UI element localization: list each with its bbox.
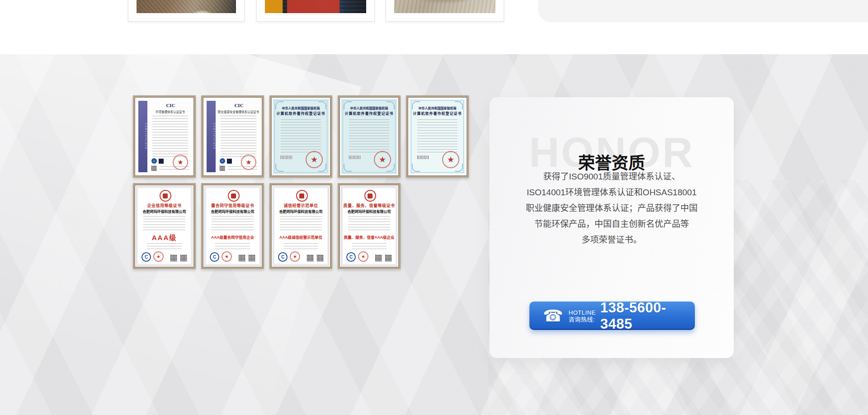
- certificate-face: 企业信用等级证书合肥珂玛环保科技有限公司AAA级C★: [136, 186, 193, 266]
- accreditation-mark-icon: [227, 159, 232, 164]
- red-star-seal-icon: ★: [153, 251, 164, 262]
- honor-description: 获得了ISO9001质量管理体系认证、 ISO14001环境管理体系认证和OHS…: [499, 169, 725, 248]
- certification-logo-icon: C: [278, 252, 288, 262]
- certifier-logo: CIC: [220, 103, 258, 108]
- qr-code-icon: [375, 255, 382, 261]
- grade-text: AAA级重合同守信用企业: [204, 234, 261, 240]
- gallery-strip: [0, 0, 868, 54]
- certificate-thumb-copyright[interactable]: 中华人民共和国国家版权局计算机软件著作权登记证书★: [406, 95, 469, 178]
- site-photo-card-3[interactable]: [386, 0, 504, 22]
- corner-flourish-icon: [344, 164, 352, 172]
- page: CERTIFICATECIC环境管理体系认证证书C★CERTIFICATECIC…: [0, 0, 868, 415]
- certificate-thumb-credit[interactable]: 重合同守信用等级证书合肥珂玛环保科技有限公司AAA级重合同守信用企业C★: [201, 183, 264, 269]
- certificate-face: 中华人民共和国国家版权局计算机软件著作权登记证书★: [341, 99, 397, 174]
- certificate-body-text: [221, 116, 256, 157]
- certificate-face: 诚信经营示范单位合肥珂玛环保科技有限公司AAA级诚信经营示范单位C★: [273, 186, 329, 266]
- hotline-labels: HOTLINE 咨询热线:: [569, 309, 596, 323]
- certificate-body-text: [152, 116, 188, 157]
- corner-flourish-icon: [275, 164, 283, 172]
- certificate-thumb-copyright[interactable]: 中华人民共和国国家版权局计算机软件著作权登记证书★: [269, 95, 332, 178]
- barcode-icon: [417, 156, 429, 159]
- certificate-thumb-credit[interactable]: 质量、服务、信誉等级证书合肥珂玛环保科技有限公司质量、服务、信誉AAA级企业C★: [338, 183, 401, 269]
- certificate-title: 环境管理体系认证证书: [150, 109, 191, 114]
- certifier-logo: CIC: [151, 103, 190, 108]
- hotline-label-zh: 咨询热线:: [569, 316, 596, 323]
- construction-photo-2: [265, 0, 366, 13]
- certificate-footer-text: [228, 166, 257, 171]
- phone-icon: ☎: [543, 308, 563, 324]
- certificate-thumb-credit[interactable]: 诚信经营示范单位合肥珂玛环保科技有限公司AAA级诚信经营示范单位C★: [269, 183, 332, 269]
- certificate-face: 中华人民共和国国家版权局计算机软件著作权登记证书★: [409, 99, 466, 174]
- credit-emblem-icon: [228, 190, 240, 202]
- certificate-side-band: CERTIFICATE: [138, 101, 147, 172]
- adjacent-section-panel: [538, 0, 868, 22]
- company-name: 合肥珂玛环保科技有限公司: [204, 209, 261, 214]
- corner-flourish-icon: [412, 164, 420, 172]
- certificate-face: 重合同守信用等级证书合肥珂玛环保科技有限公司AAA级重合同守信用企业C★: [204, 186, 261, 266]
- qr-code-icon: [239, 255, 245, 261]
- certificate-dates: [215, 243, 250, 251]
- certificate-title: 重合同守信用等级证书: [204, 203, 261, 208]
- credit-emblem-icon: [364, 190, 376, 202]
- red-star-seal-icon: ★: [358, 251, 368, 262]
- qr-code-icon: [249, 255, 255, 261]
- issuing-authority: 中华人民共和国国家版权局: [409, 106, 466, 110]
- certificate-dates: [147, 243, 182, 251]
- qr-code-icon: [170, 255, 177, 261]
- qr-code-icon: [220, 165, 225, 171]
- description-line: 职业健康安全管理体系认证；产品获得了中国: [499, 200, 725, 216]
- certification-logo-icon: C: [142, 252, 151, 262]
- issuing-authority: 中华人民共和国国家版权局: [273, 106, 329, 110]
- qr-code-icon: [307, 255, 314, 261]
- certificate-title: 质量、服务、信誉等级证书: [341, 203, 397, 208]
- honor-card: HONOR 荣誉资质 获得了ISO9001质量管理体系认证、 ISO14001环…: [490, 97, 734, 358]
- credit-emblem-icon: [160, 190, 171, 202]
- certificate-body-text: [348, 216, 390, 231]
- red-star-seal-icon: ★: [290, 251, 300, 262]
- barcode-icon: [281, 156, 292, 159]
- certificate-thumb-cic[interactable]: CERTIFICATECIC环境管理体系认证证书C★: [133, 95, 196, 178]
- certificate-title: 职业健康安全管理体系认证证书: [218, 109, 259, 114]
- qr-code-icon: [180, 255, 187, 261]
- construction-photo-1: [137, 0, 236, 13]
- company-name: 合肥珂玛环保科技有限公司: [273, 209, 329, 214]
- certificate-face: 中华人民共和国国家版权局计算机软件著作权登记证书★: [273, 99, 329, 174]
- certification-logo-icon: C: [210, 252, 219, 262]
- certificate-body-text: [281, 119, 321, 155]
- site-photo-card-1[interactable]: [128, 0, 245, 22]
- red-star-seal-icon: ★: [306, 151, 323, 168]
- qr-code-icon: [385, 255, 392, 261]
- certificate-title: 计算机软件著作权登记证书: [409, 111, 466, 116]
- issuing-authority: 中华人民共和国国家版权局: [341, 106, 397, 110]
- site-photo-card-2[interactable]: [256, 0, 375, 22]
- certificate-thumb-credit[interactable]: 企业信用等级证书合肥珂玛环保科技有限公司AAA级C★: [133, 183, 196, 269]
- certificate-thumb-copyright[interactable]: 中华人民共和国国家版权局计算机软件著作权登记证书★: [338, 95, 401, 178]
- certificate-face: CERTIFICATECIC环境管理体系认证证书C★: [136, 99, 193, 174]
- certificate-dates: [283, 243, 318, 251]
- red-star-seal-icon: ★: [442, 151, 459, 168]
- credit-emblem-icon: [296, 190, 308, 202]
- grade-text: AAA级诚信经营示范单位: [273, 234, 329, 240]
- certificate-dates: [352, 243, 387, 251]
- certificate-footer-text: [160, 166, 189, 171]
- qr-code-icon: [151, 165, 157, 171]
- company-name: 合肥珂玛环保科技有限公司: [136, 209, 193, 214]
- certificate-side-band: CERTIFICATE: [207, 101, 216, 172]
- hotline-label-en: HOTLINE: [569, 309, 596, 316]
- grade-text: 质量、服务、信誉AAA级企业: [341, 234, 397, 240]
- description-line: 获得了ISO9001质量管理体系认证、: [499, 169, 725, 184]
- certificate-thumb-cic[interactable]: CERTIFICATECIC职业健康安全管理体系认证证书C★: [201, 95, 264, 178]
- certificate-title: 计算机软件著作权登记证书: [341, 111, 397, 116]
- certificate-title: 企业信用等级证书: [136, 203, 193, 208]
- honor-section: CERTIFICATECIC环境管理体系认证证书C★CERTIFICATECIC…: [0, 54, 868, 415]
- hotline-number: 138-5600-3485: [600, 300, 695, 332]
- certificate-face: CERTIFICATECIC职业健康安全管理体系认证证书C★: [204, 99, 261, 174]
- certificate-body-text: [212, 216, 254, 231]
- certificate-face: 质量、服务、信誉等级证书合肥珂玛环保科技有限公司质量、服务、信誉AAA级企业C★: [341, 186, 397, 266]
- certificate-body-text: [280, 216, 322, 231]
- barcode-icon: [349, 156, 361, 159]
- hotline-button[interactable]: ☎ HOTLINE 咨询热线: 138-5600-3485: [529, 302, 695, 330]
- construction-photo-3: [394, 0, 495, 13]
- cic-round-logo: C: [151, 158, 157, 164]
- certificate-grid: CERTIFICATECIC环境管理体系认证证书C★CERTIFICATECIC…: [133, 95, 469, 360]
